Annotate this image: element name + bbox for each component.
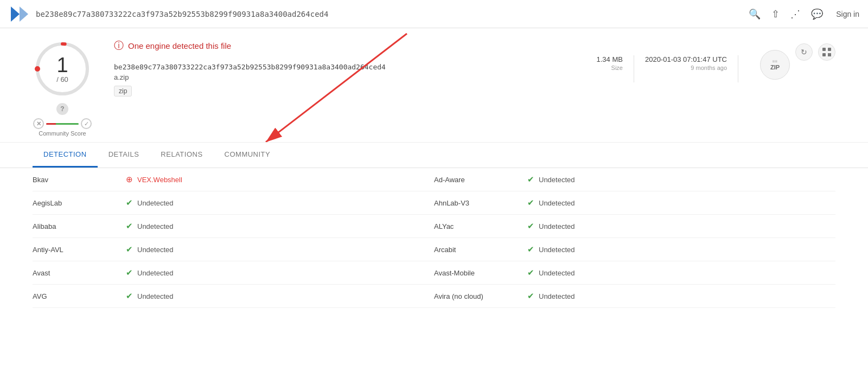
engine-name: ALYac <box>434 222 521 230</box>
score-label: 1 / 60 <box>56 55 68 84</box>
detection-results-section: Bkav⊕VEX.WebshellAd-Aware✔UndetectedAegi… <box>0 168 868 308</box>
check-icon: ✔ <box>527 221 534 231</box>
search-icon[interactable]: 🔍 <box>749 8 761 20</box>
check-icon: ✔ <box>527 175 534 184</box>
engine-name: AegisLab <box>33 199 119 207</box>
engine-name: Avast-Mobile <box>434 269 521 277</box>
engine-name: Antiy-AVL <box>33 246 119 254</box>
check-icon: ✔ <box>126 198 133 208</box>
detection-result: Undetected <box>137 199 174 207</box>
svg-rect-7 <box>828 48 831 51</box>
engine-name: AhnLab-V3 <box>434 199 521 207</box>
check-icon: ✔ <box>527 268 534 278</box>
zip-icon-decoration: ≡≡ <box>773 59 777 64</box>
top-right-actions: ↻ <box>795 39 835 61</box>
upload-icon[interactable]: ⇧ <box>771 8 780 20</box>
engine-name: Avast <box>33 269 119 277</box>
result-area: ✔Undetected <box>527 221 835 231</box>
detection-result: Undetected <box>539 199 575 207</box>
file-meta-section: 1.34 MB Size 2020-01-03 07:01:47 UTC 9 m… <box>597 39 790 82</box>
refresh-icon[interactable]: ↻ <box>795 43 813 61</box>
file-date-ago: 9 months ago <box>691 65 727 71</box>
result-area: ✔Undetected <box>527 245 835 254</box>
file-size-block: 1.34 MB Size <box>597 39 623 71</box>
engine-name: Ad-Aware <box>434 176 521 184</box>
detection-result: Undetected <box>539 269 575 277</box>
table-row: Antiy-AVL✔Undetected <box>33 238 434 261</box>
engine-name: Bkav <box>33 176 119 184</box>
engine-name: Alibaba <box>33 222 119 230</box>
result-area: ✔Undetected <box>527 291 835 301</box>
svg-rect-6 <box>822 48 826 51</box>
chat-icon[interactable]: 💬 <box>811 8 823 20</box>
check-icon: ✔ <box>126 245 133 254</box>
result-area: ✔Undetected <box>126 198 434 208</box>
file-name-display: a.zip <box>114 73 586 81</box>
community-score-question: ? <box>56 103 68 115</box>
file-format-icon: ≡≡ ZIP <box>760 50 790 80</box>
file-date-block: 2020-01-03 07:01:47 UTC 9 months ago <box>645 39 727 71</box>
result-area: ⊕VEX.Webshell <box>126 175 434 184</box>
detection-result: Undetected <box>539 176 575 184</box>
check-icon: ✔ <box>527 245 534 254</box>
tabs-bar: DETECTION DETAILS RELATIONS COMMUNITY <box>0 143 868 168</box>
tab-relations[interactable]: RELATIONS <box>150 143 213 168</box>
total-count: / 60 <box>56 75 68 84</box>
detection-result: VEX.Webshell <box>137 176 182 184</box>
file-type-tag: zip <box>114 86 132 97</box>
table-row: ALYac✔Undetected <box>434 215 835 238</box>
result-area: ✔Undetected <box>126 221 434 231</box>
engine-name: Arcabit <box>434 246 521 254</box>
zip-icon-label: ZIP <box>770 64 780 70</box>
community-score-label: Community Score <box>39 130 86 137</box>
detection-result: Undetected <box>539 246 575 254</box>
detection-result: Undetected <box>137 222 174 230</box>
table-row: Arcabit✔Undetected <box>434 238 835 261</box>
cs-x-icon: ✕ <box>33 118 44 129</box>
divider2 <box>738 55 738 82</box>
community-score-bar <box>46 123 79 125</box>
engine-name: AVG <box>33 292 119 300</box>
file-info-area: ⓘ One engine detected this file be238e89… <box>114 39 586 97</box>
alert-circle-icon: ⓘ <box>114 39 124 52</box>
table-row: Avast✔Undetected <box>33 261 434 285</box>
detection-banner-text: One engine detected this file <box>128 41 231 50</box>
check-icon: ✔ <box>126 268 133 278</box>
result-area: ✔Undetected <box>126 268 434 278</box>
tab-details[interactable]: DETAILS <box>98 143 150 168</box>
sign-in-button[interactable]: Sign in <box>836 10 859 18</box>
detection-banner: ⓘ One engine detected this file <box>114 39 586 52</box>
result-area: ✔Undetected <box>126 291 434 301</box>
table-row: AhnLab-V3✔Undetected <box>434 191 835 215</box>
detection-score-area: 1 / 60 ? ✕ ✓ Community Score <box>33 39 92 137</box>
svg-rect-10 <box>829 55 831 56</box>
check-icon: ✔ <box>126 291 133 301</box>
file-summary-section: 1 / 60 ? ✕ ✓ Community Score ⓘ One engin… <box>0 28 868 143</box>
table-row: Avast-Mobile✔Undetected <box>434 261 835 285</box>
file-hash-display: be238e89c77a380733222ca3f973a52b92553b82… <box>114 63 586 71</box>
tab-detection[interactable]: DETECTION <box>33 143 98 168</box>
file-size-value: 1.34 MB <box>597 55 623 63</box>
file-hash-header: be238e89c77a380733222ca3f973a52b92553b82… <box>36 10 749 18</box>
check-icon: ✔ <box>126 221 133 231</box>
alert-icon: ⊕ <box>126 175 133 184</box>
svg-point-5 <box>35 66 40 72</box>
detection-result: Undetected <box>137 292 174 300</box>
table-row: Alibaba✔Undetected <box>33 215 434 238</box>
tab-community[interactable]: COMMUNITY <box>214 143 282 168</box>
detection-result: Undetected <box>539 292 575 300</box>
result-area: ✔Undetected <box>527 268 835 278</box>
qr-icon[interactable] <box>818 43 835 61</box>
result-area: ✔Undetected <box>527 175 835 184</box>
grid-icon[interactable]: ⋰ <box>790 8 800 20</box>
table-row: Avira (no cloud)✔Undetected <box>434 285 835 308</box>
detection-result: Undetected <box>137 269 174 277</box>
divider <box>634 55 634 82</box>
logo-icon[interactable] <box>9 4 28 24</box>
header-actions: 🔍 ⇧ ⋰ 💬 Sign in <box>749 8 859 20</box>
header: be238e89c77a380733222ca3f973a52b92553b82… <box>0 0 868 28</box>
file-date-value: 2020-01-03 07:01:47 UTC <box>645 55 727 63</box>
check-icon: ✔ <box>527 198 534 208</box>
table-row: AegisLab✔Undetected <box>33 191 434 215</box>
detection-result: Undetected <box>539 222 575 230</box>
